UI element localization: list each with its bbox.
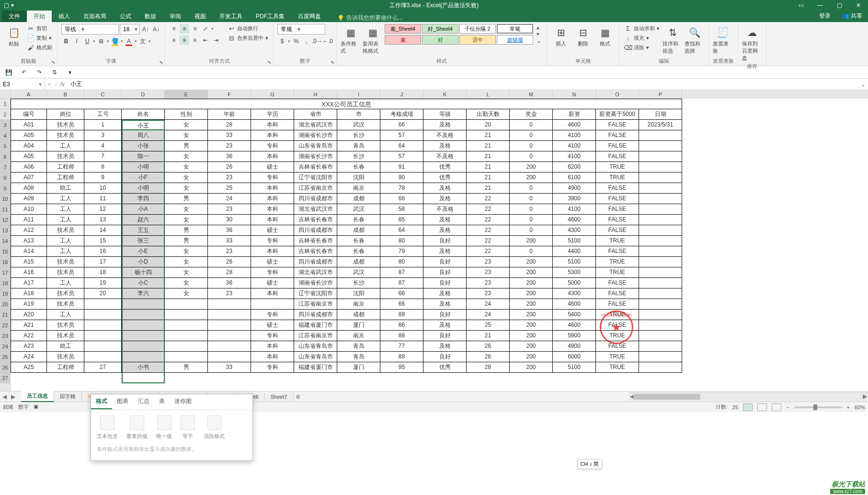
row-header-9[interactable]: 9: [0, 183, 10, 194]
data-cell[interactable]: 21: [467, 141, 510, 151]
data-cell[interactable]: A06: [11, 162, 47, 173]
data-cell[interactable]: 湖南省长沙市: [294, 278, 337, 288]
data-cell[interactable]: A05: [11, 130, 47, 141]
data-cell[interactable]: 23: [208, 141, 251, 151]
data-cell[interactable]: 厦门: [337, 320, 380, 331]
data-cell[interactable]: 200: [510, 310, 553, 320]
data-cell[interactable]: 长沙: [337, 278, 380, 288]
header-cell[interactable]: 性别: [165, 109, 208, 120]
data-cell[interactable]: 小明: [122, 183, 165, 194]
data-cell[interactable]: 4600: [553, 215, 596, 225]
data-cell[interactable]: 26: [208, 162, 251, 173]
data-cell[interactable]: FALSE: [596, 246, 639, 257]
row-header-11[interactable]: 11: [0, 204, 10, 215]
data-cell[interactable]: 女: [165, 130, 208, 141]
data-cell[interactable]: TRUE: [596, 352, 639, 362]
data-cell[interactable]: [208, 310, 251, 320]
data-cell[interactable]: 0: [510, 183, 553, 194]
data-cell[interactable]: 王五: [122, 225, 165, 236]
data-cell[interactable]: 95: [380, 362, 423, 373]
data-cell[interactable]: 12: [84, 204, 122, 215]
row-header-25[interactable]: 25: [0, 352, 10, 362]
tab-dev[interactable]: 开发工具: [213, 11, 249, 22]
qa-tab-format[interactable]: 格式: [91, 394, 112, 409]
decrease-indent-button[interactable]: ⇤: [201, 35, 210, 45]
data-cell[interactable]: 13: [84, 215, 122, 225]
table-format-button[interactable]: ▦套用表格格式: [363, 24, 383, 55]
data-cell[interactable]: 本科: [251, 194, 294, 204]
data-cell[interactable]: 良好: [423, 278, 467, 288]
row-header-6[interactable]: 6: [0, 151, 10, 162]
data-cell[interactable]: 及格: [423, 194, 467, 204]
data-cell[interactable]: A23: [11, 341, 47, 352]
data-cell[interactable]: 0: [510, 194, 553, 204]
qa-option[interactable]: 等于: [181, 415, 195, 440]
data-cell[interactable]: 5100: [553, 362, 596, 373]
data-cell[interactable]: 技术员: [47, 151, 84, 162]
data-cell[interactable]: 成都: [337, 225, 380, 236]
data-cell[interactable]: 本科: [251, 204, 294, 215]
data-cell[interactable]: 技术员: [47, 225, 84, 236]
data-cell[interactable]: A22: [11, 331, 47, 341]
data-cell[interactable]: 91: [380, 162, 423, 173]
data-cell[interactable]: TRUE: [596, 267, 639, 278]
data-cell[interactable]: A18: [11, 288, 47, 299]
data-cell[interactable]: 长沙: [337, 130, 380, 141]
sheet-nav-prev[interactable]: ◀: [0, 393, 9, 400]
data-cell[interactable]: 良好: [423, 257, 467, 267]
data-cell[interactable]: 本科: [251, 215, 294, 225]
data-cell[interactable]: 28: [467, 362, 510, 373]
data-cell[interactable]: 及格: [423, 320, 467, 331]
data-cell[interactable]: 20: [467, 120, 510, 130]
insert-cells-button[interactable]: ⊞插入: [551, 24, 571, 47]
data-cell[interactable]: A19: [11, 299, 47, 310]
data-cell[interactable]: 工人: [47, 215, 84, 225]
paste-button[interactable]: 📋 粘贴: [4, 24, 24, 47]
align-bottom-button[interactable]: ≡: [190, 24, 200, 34]
data-cell[interactable]: 优秀: [423, 162, 467, 173]
data-cell[interactable]: 吉林省长春市: [294, 215, 337, 225]
data-cell[interactable]: [122, 341, 165, 352]
data-cell[interactable]: FALSE: [596, 278, 639, 288]
data-cell[interactable]: 5000: [553, 278, 596, 288]
data-cell[interactable]: 18: [84, 267, 122, 278]
data-cell[interactable]: 15: [84, 236, 122, 246]
header-cell[interactable]: 奖金: [510, 109, 553, 120]
format-cells-button[interactable]: ▦格式: [595, 24, 615, 47]
row-header-26[interactable]: 26: [0, 362, 10, 373]
formula-expand-button[interactable]: ⌄: [858, 81, 868, 88]
data-cell[interactable]: 200: [510, 341, 553, 352]
ime-indicator[interactable]: CH ♪ 简: [577, 459, 603, 469]
data-cell[interactable]: 女: [165, 204, 208, 215]
data-cell[interactable]: 80: [380, 236, 423, 246]
header-cell[interactable]: 出勤天数: [467, 109, 510, 120]
header-cell[interactable]: 工号: [84, 109, 122, 120]
close-button[interactable]: ✕: [849, 0, 868, 11]
data-cell[interactable]: 湖南省长沙市: [294, 130, 337, 141]
data-cell[interactable]: 25: [208, 183, 251, 194]
increase-font-button[interactable]: A↑: [141, 24, 150, 34]
data-cell[interactable]: 19: [84, 278, 122, 288]
data-cell[interactable]: 24: [467, 310, 510, 320]
data-cell[interactable]: TRUE: [596, 362, 639, 373]
qa-tab-sparklines[interactable]: 迷你图: [170, 394, 196, 409]
data-cell[interactable]: 专科: [251, 236, 294, 246]
data-cell[interactable]: 湖北省武汉市: [294, 120, 337, 130]
increase-indent-button[interactable]: ⇥: [211, 35, 221, 45]
data-cell[interactable]: 4: [84, 141, 122, 151]
data-cell[interactable]: A24: [11, 352, 47, 362]
data-cell[interactable]: [639, 352, 682, 362]
data-cell[interactable]: 5400: [553, 310, 596, 320]
data-cell[interactable]: 本科: [251, 288, 294, 299]
data-cell[interactable]: TRUE: [596, 162, 639, 173]
align-top-button[interactable]: ≡: [169, 24, 179, 34]
copy-button[interactable]: 📄复制 ▾: [26, 34, 53, 42]
save-baidu-button[interactable]: ☁保存到百度网盘: [742, 24, 762, 62]
data-cell[interactable]: 专科: [251, 310, 294, 320]
data-cell[interactable]: 7: [84, 151, 122, 162]
data-cell[interactable]: 21: [467, 331, 510, 341]
name-box[interactable]: E3 ▾: [0, 79, 45, 90]
data-cell[interactable]: 小D: [122, 257, 165, 267]
data-cell[interactable]: 24: [208, 194, 251, 204]
data-cell[interactable]: 66: [380, 194, 423, 204]
